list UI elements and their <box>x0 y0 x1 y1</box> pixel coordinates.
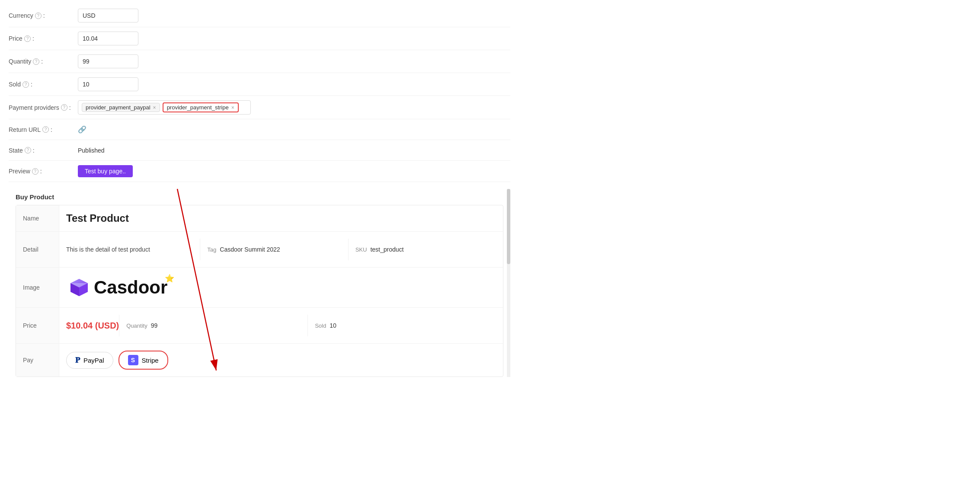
state-row: State ?: Published <box>9 140 510 161</box>
quantity-help-icon[interactable]: ? <box>33 58 39 65</box>
state-label: State ?: <box>9 147 78 154</box>
currency-row: Currency ?: <box>9 4 510 27</box>
product-name-content: Test Product <box>59 205 503 231</box>
payment-providers-help-icon[interactable]: ? <box>61 104 67 111</box>
product-price-content: $10.04 (USD) Quantity 99 Sold 10 <box>59 308 503 343</box>
price-input[interactable] <box>78 32 138 45</box>
preview-help-icon[interactable]: ? <box>32 168 38 175</box>
return-url-row: Return URL ?: 🔗 <box>9 119 510 140</box>
casdoor-logo: Casdoor ⭐ <box>66 275 167 300</box>
stripe-tag-text: provider_payment_stripe <box>167 104 229 111</box>
product-detail-label: Detail <box>16 232 59 267</box>
sku-cell-label: SKU <box>355 246 367 253</box>
sold-help-icon[interactable]: ? <box>22 81 29 88</box>
return-url-label-text: Return URL <box>9 126 41 133</box>
product-detail-text: This is the detail of test product <box>66 246 200 253</box>
product-detail-row: Detail This is the detail of test produc… <box>16 232 503 268</box>
product-image-content: Casdoor ⭐ <box>59 268 503 307</box>
stripe-pay-button[interactable]: S Stripe <box>118 351 168 370</box>
payment-providers-container[interactable]: provider_payment_paypal × provider_payme… <box>78 100 251 115</box>
buy-product-wrapper: Buy Product Name Test Product Detail Thi… <box>9 189 510 377</box>
paypal-tag-close[interactable]: × <box>153 105 156 111</box>
currency-label-text: Currency <box>9 12 33 19</box>
sold-input[interactable] <box>78 77 138 91</box>
preview-label-text: Preview <box>9 168 30 175</box>
paypal-tag-text: provider_payment_paypal <box>86 104 151 111</box>
quantity-label-text: Quantity <box>9 58 31 65</box>
paypal-pay-button[interactable]: 𝐏 PayPal <box>66 352 113 369</box>
link-icon: 🔗 <box>78 125 86 134</box>
quantity-label: Quantity ?: <box>9 58 78 65</box>
quantity-cell: Quantity 99 <box>119 315 307 336</box>
price-row: Price ?: <box>9 27 510 50</box>
product-price-row: Price $10.04 (USD) Quantity 99 Sold 10 <box>16 308 503 344</box>
quantity-input[interactable] <box>78 54 138 68</box>
sold-value <box>78 77 510 91</box>
sold-label-text: Sold <box>9 81 21 88</box>
return-url-help-icon[interactable]: ? <box>42 126 49 133</box>
stripe-icon: S <box>128 355 138 365</box>
tag-cell-label: Tag <box>207 246 216 253</box>
sku-cell: SKU test_product <box>348 239 496 260</box>
product-image-label: Image <box>16 268 59 307</box>
scrollbar-thumb <box>507 189 510 264</box>
state-label-text: State <box>9 147 23 154</box>
currency-label: Currency ?: <box>9 12 78 19</box>
casdoor-logo-text: Casdoor <box>94 277 167 297</box>
product-name-text: Test Product <box>66 212 129 224</box>
paypal-icon: 𝐏 <box>75 356 80 365</box>
product-price-label: Price <box>16 308 59 343</box>
stripe-tag: provider_payment_stripe × <box>163 102 239 112</box>
payment-providers-value: provider_payment_paypal × provider_payme… <box>78 100 510 115</box>
price-help-icon[interactable]: ? <box>24 35 31 42</box>
sold-cell-label: Sold <box>315 322 326 329</box>
main-form: Currency ?: Price ?: Quantity ?: Sold ?: <box>0 0 519 388</box>
currency-value <box>78 9 510 22</box>
star-icon: ⭐ <box>165 274 174 283</box>
stripe-tag-close[interactable]: × <box>231 105 234 111</box>
product-pay-row: Pay 𝐏 PayPal S Stripe <box>16 344 503 377</box>
product-card: Name Test Product Detail This is the det… <box>16 205 503 377</box>
product-price-text: $10.04 (USD) <box>66 321 119 331</box>
preview-value: Test buy page.. <box>78 165 510 177</box>
payment-providers-label: Payment providers ?: <box>9 104 78 111</box>
tag-cell-value: Casdoor Summit 2022 <box>220 246 280 253</box>
currency-help-icon[interactable]: ? <box>35 13 42 19</box>
casdoor-cube-icon <box>66 275 92 300</box>
product-pay-content: 𝐏 PayPal S Stripe <box>59 344 503 377</box>
quantity-value <box>78 54 510 68</box>
price-label-text: Price <box>9 35 22 42</box>
payment-providers-label-text: Payment providers <box>9 104 59 111</box>
payment-providers-row: Payment providers ?: provider_payment_pa… <box>9 96 510 119</box>
paypal-button-label: PayPal <box>83 357 104 364</box>
product-pay-label: Pay <box>16 344 59 377</box>
product-image-row: Image <box>16 268 503 308</box>
pay-buttons-container: 𝐏 PayPal S Stripe <box>66 351 168 370</box>
product-name-label: Name <box>16 205 59 231</box>
product-detail-content: This is the detail of test product Tag C… <box>59 232 503 267</box>
sold-cell: Sold 10 <box>307 315 496 336</box>
state-text: Published <box>78 147 105 154</box>
product-name-row: Name Test Product <box>16 205 503 232</box>
state-value: Published <box>78 147 510 154</box>
test-buy-page-button[interactable]: Test buy page.. <box>78 165 133 177</box>
sold-cell-value: 10 <box>330 322 336 329</box>
section-title: Buy Product <box>9 189 510 205</box>
stripe-button-label: Stripe <box>142 357 159 364</box>
sold-label: Sold ?: <box>9 81 78 88</box>
sold-row: Sold ?: <box>9 73 510 96</box>
price-value <box>78 32 510 45</box>
price-label: Price ?: <box>9 35 78 42</box>
preview-row: Preview ?: Test buy page.. <box>9 161 510 182</box>
scrollbar[interactable] <box>507 189 510 377</box>
return-url-value: 🔗 <box>78 125 510 134</box>
sku-cell-value: test_product <box>370 246 404 253</box>
preview-label: Preview ?: <box>9 168 78 175</box>
state-help-icon[interactable]: ? <box>25 147 31 153</box>
quantity-row: Quantity ?: <box>9 50 510 73</box>
quantity-cell-label: Quantity <box>126 322 147 329</box>
tag-cell: Tag Casdoor Summit 2022 <box>200 239 348 260</box>
currency-input[interactable] <box>78 9 138 22</box>
return-url-label: Return URL ?: <box>9 126 78 133</box>
quantity-cell-value: 99 <box>151 322 158 329</box>
